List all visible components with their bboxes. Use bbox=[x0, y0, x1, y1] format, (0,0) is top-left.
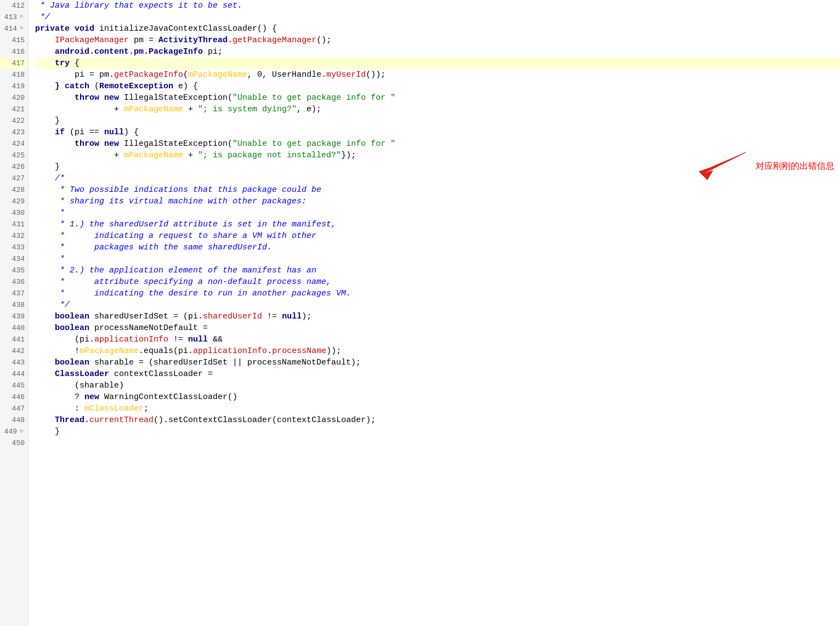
line-num-text: 446 bbox=[12, 391, 25, 403]
line-num-text: 435 bbox=[12, 265, 25, 276]
code-line-438: */ bbox=[35, 299, 840, 311]
token-plain: , 0, UserHandle. bbox=[247, 69, 326, 81]
code-line-428: * Two possible indications that this pac… bbox=[35, 184, 840, 196]
code-line-435: * 2.) the application element of the man… bbox=[35, 265, 840, 276]
token-red-call: getPackageManager bbox=[232, 35, 316, 47]
token-plain bbox=[99, 92, 104, 104]
line-num-text: 426 bbox=[12, 161, 25, 173]
token-plain: }); bbox=[341, 150, 356, 162]
line-number-414: 414⊖ bbox=[0, 23, 28, 35]
token-kw: new bbox=[84, 391, 99, 403]
token-plain bbox=[35, 368, 55, 380]
fold-icon[interactable]: ⊖ bbox=[18, 14, 25, 21]
token-kw: boolean bbox=[55, 357, 89, 369]
line-num-text: 414 bbox=[4, 23, 17, 35]
code-line-416: android.content.pm.PackageInfo pi; bbox=[35, 46, 840, 58]
token-plain: processNameNotDefault = bbox=[89, 322, 208, 334]
token-plain: } bbox=[35, 115, 60, 127]
token-kw: try bbox=[55, 58, 70, 70]
code-line-420: throw new IllegalStateException("Unable … bbox=[35, 92, 840, 104]
token-str: "Unable to get package info for " bbox=[232, 138, 395, 150]
token-comment: * indicating the desire to run in anothe… bbox=[35, 288, 351, 300]
token-plain bbox=[35, 92, 75, 104]
token-plain: + bbox=[35, 104, 124, 116]
line-num-text: 442 bbox=[12, 345, 25, 357]
token-field: mPackageName bbox=[188, 69, 247, 81]
fold-icon[interactable]: ⊖ bbox=[18, 26, 25, 32]
token-plain: pi; bbox=[203, 46, 223, 58]
token-comment: */ bbox=[35, 12, 50, 24]
line-number-444: 444 bbox=[0, 368, 28, 380]
line-number-438: 438 bbox=[0, 299, 28, 311]
line-num-text: 439 bbox=[12, 311, 25, 322]
code-line-433: * packages with the same sharedUserId. bbox=[35, 242, 840, 253]
line-number-430: 430 bbox=[0, 207, 28, 219]
line-number-412: 412 bbox=[0, 0, 28, 12]
code-line-450 bbox=[35, 437, 840, 449]
code-line-430: * bbox=[35, 207, 840, 219]
token-plain bbox=[35, 138, 75, 150]
token-str: "Unable to get package info for " bbox=[232, 92, 395, 104]
code-line-413: */ bbox=[35, 12, 840, 23]
line-num-text: 443 bbox=[12, 357, 25, 368]
code-line-443: boolean sharable = (sharedUserIdSet || p… bbox=[35, 357, 840, 368]
token-plain: initializeJavaContextClassLoader() { bbox=[94, 23, 277, 35]
fold-icon[interactable]: ⊖ bbox=[18, 429, 25, 435]
line-number-413: 413⊖ bbox=[0, 12, 28, 23]
token-plain bbox=[35, 58, 55, 70]
line-number-419: 419 bbox=[0, 81, 28, 92]
token-plain: ); bbox=[302, 311, 311, 323]
token-plain: ) { bbox=[124, 127, 139, 139]
line-number-448: 448 bbox=[0, 414, 28, 426]
token-kw: new bbox=[104, 138, 119, 150]
token-str: "; is package not installed?" bbox=[198, 150, 341, 162]
line-num-text: 413 bbox=[4, 12, 17, 23]
code-line-437: * indicating the desire to run in anothe… bbox=[35, 288, 840, 299]
token-kw: null bbox=[188, 334, 208, 346]
line-num-text: 444 bbox=[12, 368, 25, 380]
line-num-text: 425 bbox=[12, 150, 25, 161]
code-area: * Java library that expects it to be set… bbox=[29, 0, 840, 626]
token-field: mPackageName bbox=[80, 345, 139, 357]
line-number-426: 426 bbox=[0, 161, 28, 173]
code-line-414: private void initializeJavaContextClassL… bbox=[35, 23, 840, 35]
token-plain: , e); bbox=[297, 104, 321, 116]
token-red-call: applicationInfo bbox=[193, 345, 267, 357]
line-num-text: 433 bbox=[12, 242, 25, 253]
code-line-419: } catch (RemoteException e) { bbox=[35, 81, 840, 92]
token-plain: ! bbox=[35, 345, 80, 357]
code-line-415: IPackageManager pm = ActivityThread.getP… bbox=[35, 35, 840, 46]
line-number-435: 435 bbox=[0, 265, 28, 276]
token-kw: new bbox=[104, 92, 119, 104]
token-plain: contextClassLoader = bbox=[109, 368, 213, 380]
token-plain: ().setContextClassLoader(contextClassLoa… bbox=[154, 414, 376, 426]
token-kw: boolean bbox=[55, 311, 89, 323]
line-num-text: 437 bbox=[12, 288, 25, 299]
token-plain: (); bbox=[316, 35, 331, 47]
code-line-440: boolean processNameNotDefault = bbox=[35, 322, 840, 334]
code-line-421: + mPackageName + "; is system dying?", e… bbox=[35, 104, 840, 115]
token-comment: * packages with the same sharedUserId. bbox=[35, 242, 272, 254]
token-plain bbox=[35, 311, 55, 323]
line-num-text: 422 bbox=[12, 115, 25, 127]
token-red-call: IPackageManager bbox=[55, 35, 129, 47]
line-number-424: 424 bbox=[0, 138, 28, 150]
line-number-437: 437 bbox=[0, 288, 28, 299]
line-number-429: 429 bbox=[0, 196, 28, 207]
line-num-text: 447 bbox=[12, 403, 25, 414]
line-number-433: 433 bbox=[0, 242, 28, 253]
code-line-439: boolean sharedUserIdSet = (pi.sharedUser… bbox=[35, 311, 840, 322]
code-line-447: : mClassLoader; bbox=[35, 403, 840, 414]
token-plain: . bbox=[228, 35, 232, 47]
token-plain: (pi == bbox=[65, 127, 104, 139]
token-kw: android.content.pm.PackageInfo bbox=[55, 46, 203, 58]
token-plain bbox=[35, 35, 55, 47]
line-num-text: 415 bbox=[12, 35, 25, 46]
token-plain bbox=[35, 81, 55, 93]
token-kw: Thread bbox=[55, 414, 84, 426]
line-num-text: 419 bbox=[12, 81, 25, 92]
token-plain: { bbox=[70, 58, 80, 70]
token-field: mPackageName bbox=[124, 150, 183, 162]
token-plain bbox=[35, 322, 55, 334]
token-plain: ( bbox=[89, 81, 99, 93]
